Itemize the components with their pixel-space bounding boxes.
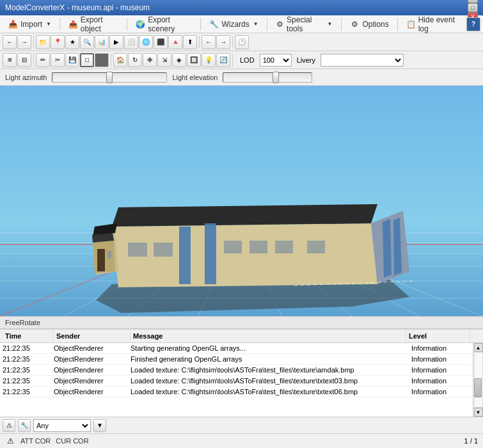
menu-export-object[interactable]: 📤 Export object [63, 13, 124, 35]
log-cell-sender: ObjectRenderer [51, 387, 128, 397]
tb2-btn-edit[interactable]: ✂ [51, 53, 65, 67]
log-cell-level: Information [409, 376, 473, 386]
scroll-down-button[interactable]: ▼ [474, 408, 483, 417]
tb-btn-10[interactable]: 🔺 [168, 35, 182, 49]
log-cell-sender: ObjectRenderer [51, 354, 128, 364]
log-cell-message: Loaded texture: C:\flightsim\tools\ASToF… [128, 387, 409, 397]
lod-area: LOD 100 Livery [237, 54, 404, 67]
tb-btn-clock[interactable]: 🕐 [235, 35, 249, 49]
tb2-btn-light[interactable]: 💡 [202, 53, 216, 67]
log-row[interactable]: 21:22:35 ObjectRenderer Finished generat… [0, 354, 473, 365]
cur-cor-text: CUR COR [56, 437, 88, 445]
tb2-btn-obj[interactable]: 🏠 [113, 53, 127, 67]
svg-rect-28 [154, 243, 173, 257]
maximize-button[interactable]: □ [468, 3, 478, 12]
log-cell-sender: ObjectRenderer [51, 343, 128, 353]
log-area: Time Sender Message Level 21:22:35 Objec… [0, 329, 483, 417]
log-cell-time: 21:22:35 [0, 365, 51, 375]
tb2-btn-save[interactable]: 💾 [65, 53, 79, 67]
tb2-sep-3 [232, 54, 233, 67]
grid-svg [0, 86, 483, 316]
log-scroll-header [470, 331, 480, 341]
lod-select[interactable]: 100 [260, 54, 292, 67]
warning-icon-btn[interactable]: ⚠ [3, 419, 15, 432]
tb2-btn-solid[interactable] [95, 53, 109, 67]
tb-btn-5[interactable]: 📊 [95, 35, 109, 49]
import-icon: 📥 [8, 19, 18, 29]
tb2-btn-tex[interactable]: 🔲 [187, 53, 201, 67]
tb2-btn-pencil[interactable]: ✏ [36, 53, 50, 67]
log-cell-time: 21:22:35 [0, 376, 51, 386]
tb2-btn-frame[interactable]: □ [80, 53, 94, 67]
scroll-thumb[interactable] [474, 378, 482, 397]
log-rows[interactable]: 21:22:35 ObjectRenderer Starting generat… [0, 343, 483, 417]
export-object-icon: 📤 [68, 19, 78, 29]
tb2-btn-anim[interactable]: 🔄 [216, 53, 230, 67]
tb-btn-11[interactable]: ⬆ [183, 35, 197, 49]
svg-rect-36 [107, 251, 111, 259]
any-select[interactable]: Any [33, 419, 91, 432]
menu-options[interactable]: ⚙ Options [344, 17, 393, 31]
log-cell-message: Loaded texture: C:\flightsim\tools\ASToF… [128, 365, 409, 375]
log-cell-message: Starting generating OpenGL arrays... [128, 343, 409, 353]
filter-btn[interactable]: 🔧 [18, 419, 31, 432]
viewport[interactable] [0, 86, 483, 316]
light-azimuth-slider[interactable] [52, 72, 167, 83]
log-cell-time: 21:22:35 [0, 343, 51, 353]
tb-btn-open[interactable]: 📁 [36, 35, 50, 49]
livery-select[interactable] [321, 54, 404, 67]
log-row[interactable]: 21:22:35 ObjectRenderer Starting generat… [0, 343, 473, 354]
wizards-icon: 🔧 [209, 19, 219, 29]
log-row[interactable]: 21:22:35 ObjectRenderer Loaded texture: … [0, 387, 473, 397]
menu-special-tools[interactable]: ⚙ Special tools ▼ [271, 13, 338, 35]
log-row[interactable]: 21:22:35 ObjectRenderer Loaded texture: … [0, 365, 473, 376]
tb2-btn-2[interactable]: ⊟ [17, 53, 31, 67]
tb-btn-1[interactable]: ← [3, 35, 17, 49]
tb-btn-pin[interactable]: 📍 [51, 35, 65, 49]
tb-btn-2[interactable]: → [17, 35, 31, 49]
tb-btn-star[interactable]: ★ [65, 35, 79, 49]
bottom-toolbar: ⚠ 🔧 Any ▼ [0, 417, 483, 433]
menu-import[interactable]: 📥 Import ▼ [3, 17, 56, 31]
menu-sep-6 [397, 18, 398, 31]
page-number: 1 / 1 [464, 437, 478, 445]
status-bar: ⚠ ATT COR CUR COR 1 / 1 [0, 433, 483, 447]
menu-sep-2 [127, 18, 127, 31]
tb-btn-7[interactable]: ⬜ [124, 35, 138, 49]
menu-export-scenery[interactable]: 🌍 Export scenery [131, 13, 196, 35]
tb-btn-9[interactable]: ⬛ [154, 35, 168, 49]
tb-btn-8[interactable]: 🌐 [139, 35, 153, 49]
special-tools-icon: ⚙ [276, 19, 285, 29]
tb-btn-6[interactable]: ▶ [109, 35, 123, 49]
log-cell-level: Information [409, 387, 473, 397]
log-cell-level: Information [409, 365, 473, 375]
tb-btn-4[interactable]: 🔍 [80, 35, 94, 49]
help-button[interactable]: ? [466, 17, 480, 31]
menu-wizards[interactable]: 🔧 Wizards ▼ [203, 17, 263, 31]
light-elevation-slider[interactable] [223, 72, 312, 83]
log-row[interactable]: 21:22:35 ObjectRenderer Loaded texture: … [0, 376, 473, 387]
lod-label: LOD [240, 56, 255, 64]
log-cell-message: Finished generating OpenGL arrays [128, 354, 409, 364]
scroll-up-button[interactable]: ▲ [474, 343, 483, 352]
tb2-btn-wire[interactable]: ◈ [172, 53, 186, 67]
tb2-btn-rotate[interactable]: ↻ [128, 53, 142, 67]
tb2-btn-1[interactable]: ⊞ [3, 53, 17, 67]
tb-btn-13[interactable]: → [216, 35, 230, 49]
rotate-mode-text: FreeRotate [5, 319, 40, 326]
dropdown-btn[interactable]: ▼ [93, 419, 106, 432]
menu-hide-event-log[interactable]: 📋 Hide event log [401, 13, 465, 35]
log-cell-level: Information [409, 354, 473, 364]
svg-rect-29 [224, 241, 242, 253]
tb2-sep-2 [111, 54, 111, 67]
svg-rect-27 [128, 243, 147, 257]
tb2-btn-move[interactable]: ✙ [143, 53, 157, 67]
scroll-track[interactable] [474, 352, 483, 408]
tb2-btn-scale[interactable]: ⇲ [157, 53, 171, 67]
svg-marker-25 [383, 219, 392, 278]
log-col-sender: Sender [54, 331, 131, 341]
menu-sep-4 [267, 18, 267, 31]
tb-btn-12[interactable]: ← [202, 35, 216, 49]
log-scrollbar[interactable]: ▲ ▼ [473, 343, 483, 417]
tb-sep-1 [33, 36, 34, 49]
